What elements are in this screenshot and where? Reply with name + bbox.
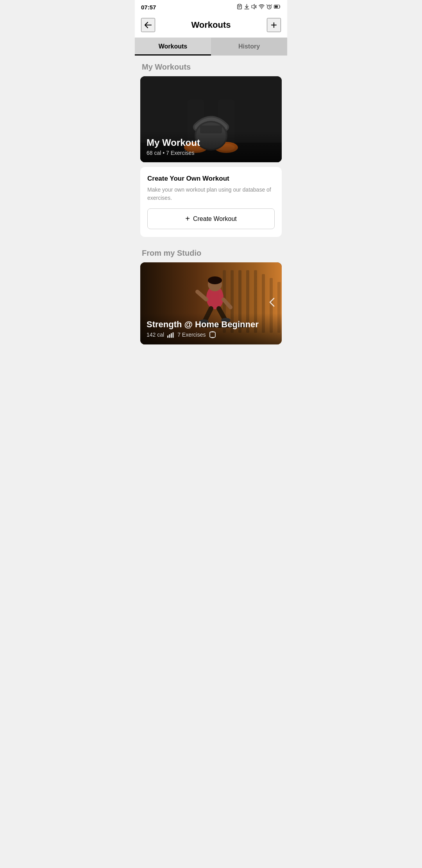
svg-rect-45 [169, 334, 170, 338]
battery-icon [274, 4, 281, 10]
nav-arrow[interactable] [268, 296, 276, 310]
download-icon [244, 4, 249, 11]
svg-rect-1 [238, 4, 241, 5]
svg-rect-46 [171, 333, 172, 338]
svg-point-37 [208, 276, 222, 284]
header: Workouts + [135, 14, 287, 38]
add-button[interactable]: + [267, 18, 281, 32]
studio-workout-card[interactable]: Strength @ Home Beginner 142 cal [140, 262, 282, 344]
svg-rect-49 [211, 331, 214, 332]
create-workout-card: Create Your Own Workout Make your own wo… [140, 167, 282, 237]
my-workouts-title: My Workouts [135, 56, 287, 76]
studio-card-title: Strength @ Home Beginner [147, 319, 275, 330]
workout-card-meta: 68 cal • 7 Exercises [147, 150, 275, 156]
create-card-description: Make your own workout plan using our dat… [147, 186, 275, 202]
workout-card-overlay: My Workout 68 cal • 7 Exercises [140, 131, 282, 162]
workout-card-title: My Workout [147, 137, 275, 148]
plus-icon: + [185, 214, 190, 223]
svg-point-8 [261, 8, 262, 9]
my-workout-card[interactable]: My Workout 68 cal • 7 Exercises [140, 76, 282, 162]
status-time: 07:57 [141, 4, 156, 11]
svg-marker-5 [252, 4, 254, 9]
svg-rect-47 [173, 332, 174, 338]
studio-card-background: Strength @ Home Beginner 142 cal [140, 262, 282, 344]
wifi-icon [259, 4, 265, 10]
tab-history[interactable]: History [211, 38, 287, 56]
svg-rect-44 [167, 335, 168, 338]
alarm-icon [266, 4, 272, 11]
signal-icon [167, 332, 174, 338]
status-bar: 07:57 [135, 0, 287, 14]
tabs-bar: Workouts History [135, 38, 287, 56]
studio-card-meta: 142 cal 7 Exercises [147, 331, 275, 338]
svg-rect-48 [210, 332, 215, 337]
mute-icon [251, 4, 257, 11]
create-card-title: Create Your Own Workout [147, 175, 275, 183]
svg-rect-13 [275, 5, 278, 8]
my-workouts-section: My Workouts [135, 56, 287, 237]
create-workout-button[interactable]: + Create Workout [147, 208, 275, 229]
workout-card-background: My Workout 68 cal • 7 Exercises [140, 76, 282, 162]
tab-workouts[interactable]: Workouts [135, 38, 211, 56]
watch-icon [209, 331, 216, 338]
main-content: My Workouts [135, 56, 287, 352]
svg-rect-50 [211, 337, 214, 339]
clipboard-icon [237, 4, 242, 11]
svg-line-11 [269, 7, 270, 8]
status-icons [237, 4, 281, 11]
from-studio-section: From my Studio [135, 242, 287, 344]
studio-section-title: From my Studio [135, 242, 287, 262]
page-title: Workouts [191, 20, 231, 30]
studio-card-overlay: Strength @ Home Beginner 142 cal [140, 313, 282, 344]
back-button[interactable] [141, 18, 155, 32]
create-workout-label: Create Workout [193, 215, 237, 222]
